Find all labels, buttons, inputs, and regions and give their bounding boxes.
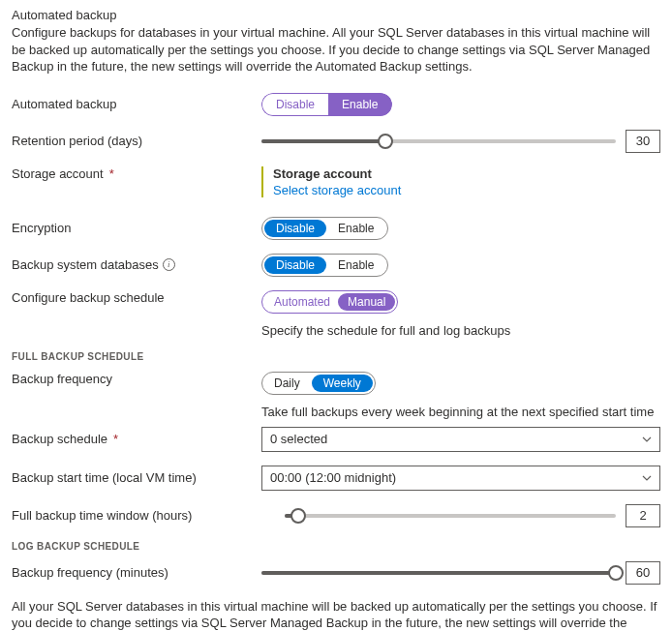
window-slider-thumb[interactable] — [290, 508, 306, 524]
schedule-toggle[interactable]: Automated Manual — [261, 290, 398, 314]
full-schedule-header: FULL BACKUP SCHEDULE — [12, 351, 660, 362]
full-frequency-label: Backup frequency — [12, 372, 261, 386]
encryption-toggle[interactable]: Disable Enable — [261, 217, 388, 240]
log-schedule-header: LOG BACKUP SCHEDULE — [12, 541, 660, 552]
backup-schedule-label: Backup schedule* — [12, 432, 261, 446]
start-time-value: 00:00 (12:00 midnight) — [270, 470, 396, 485]
window-slider[interactable] — [285, 514, 616, 518]
full-frequency-weekly[interactable]: Weekly — [312, 375, 373, 392]
log-slider-thumb[interactable] — [608, 565, 624, 581]
chevron-down-icon — [642, 435, 652, 444]
encryption-disable[interactable]: Disable — [264, 220, 326, 237]
section-title: Automated backup — [12, 8, 660, 22]
full-frequency-helper: Take full backups every week beginning a… — [261, 405, 654, 419]
full-frequency-daily[interactable]: Daily — [262, 376, 312, 390]
encryption-enable[interactable]: Enable — [326, 222, 385, 235]
schedule-manual[interactable]: Manual — [338, 293, 395, 311]
select-storage-link[interactable]: Select storage account — [273, 183, 401, 197]
window-value[interactable]: 2 — [626, 504, 660, 527]
section-description: Configure backups for databases in your … — [12, 24, 660, 75]
start-time-dropdown[interactable]: 00:00 (12:00 midnight) — [261, 466, 660, 491]
log-frequency-label: Backup frequency (minutes) — [12, 565, 261, 580]
schedule-label: Configure backup schedule — [12, 290, 261, 305]
storage-account-label: Storage account* — [12, 166, 261, 181]
sysdb-enable[interactable]: Enable — [326, 258, 385, 272]
schedule-automated[interactable]: Automated — [274, 295, 338, 309]
start-time-label: Backup start time (local VM time) — [12, 470, 261, 485]
required-indicator: * — [109, 166, 114, 181]
sysdb-toggle[interactable]: Disable Enable — [261, 254, 388, 277]
window-label: Full backup time window (hours) — [12, 508, 261, 523]
info-icon[interactable]: i — [163, 258, 175, 271]
automated-backup-toggle[interactable]: Disable Enable — [261, 93, 392, 116]
storage-block-title: Storage account — [273, 166, 401, 181]
backup-schedule-value: 0 selected — [270, 432, 327, 446]
log-slider[interactable] — [261, 571, 616, 575]
automated-backup-enable[interactable]: Enable — [328, 93, 392, 116]
required-indicator: * — [113, 432, 118, 446]
retention-slider-thumb[interactable] — [378, 134, 393, 149]
backup-schedule-dropdown[interactable]: 0 selected — [261, 427, 660, 452]
retention-value[interactable]: 30 — [626, 130, 660, 153]
chevron-down-icon — [642, 473, 652, 483]
full-frequency-toggle[interactable]: Daily Weekly — [261, 372, 376, 395]
automated-backup-disable[interactable]: Disable — [261, 93, 328, 116]
automated-backup-label: Automated backup — [12, 97, 261, 111]
retention-label: Retention period (days) — [12, 134, 261, 148]
footer-text: All your SQL Server databases in this vi… — [12, 598, 660, 631]
schedule-helper: Specify the schedule for full and log ba… — [261, 323, 510, 338]
sysdb-disable[interactable]: Disable — [264, 256, 326, 274]
encryption-label: Encryption — [12, 221, 261, 235]
retention-slider[interactable] — [261, 139, 616, 143]
log-frequency-value[interactable]: 60 — [626, 561, 660, 585]
sysdb-label: Backup system databases i — [12, 257, 261, 272]
